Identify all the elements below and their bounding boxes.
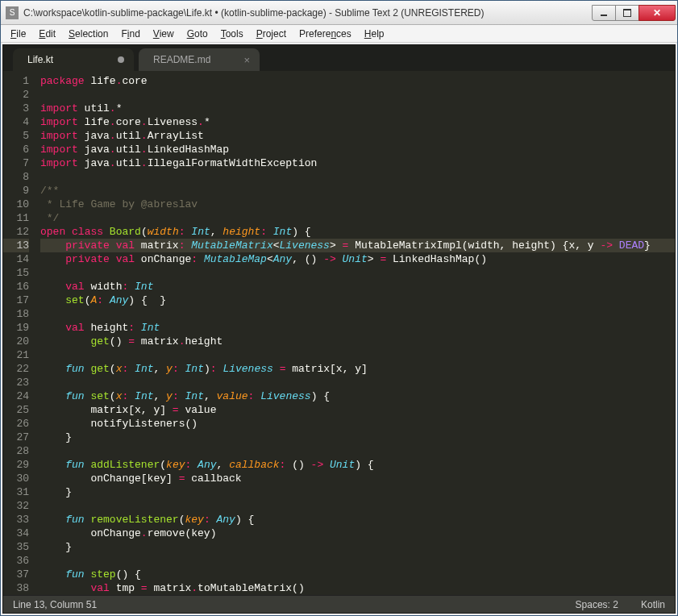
code-text[interactable]: package life.core import util.*import li… (35, 71, 675, 595)
tab-life-kt[interactable]: Life.kt (13, 48, 134, 71)
status-position[interactable]: Line 13, Column 51 (13, 599, 553, 610)
menubar: File Edit Selection Find View Goto Tools… (1, 25, 677, 43)
app-window: S C:\workspace\kotlin-sublime-package\Li… (0, 0, 678, 616)
tab-label: Life.kt (27, 54, 53, 65)
close-button[interactable] (638, 5, 676, 21)
app-icon: S (6, 6, 19, 19)
code-editor[interactable]: 1234567891011121314151617181920212223242… (3, 71, 675, 595)
menu-goto[interactable]: Goto (181, 27, 214, 41)
minimize-button[interactable] (592, 5, 616, 21)
window-title: C:\workspace\kotlin-sublime-package\Life… (23, 7, 593, 19)
dirty-indicator-icon (118, 56, 124, 63)
editor-area: Life.kt README.md × 12345678910111213141… (2, 44, 676, 614)
window-controls (593, 5, 676, 21)
tab-label: README.md (153, 54, 210, 65)
status-spaces[interactable]: Spaces: 2 (576, 599, 618, 610)
menu-edit[interactable]: Edit (32, 27, 62, 41)
tab-readme-md[interactable]: README.md × (139, 48, 260, 71)
menu-tools[interactable]: Tools (214, 27, 250, 41)
line-gutter: 1234567891011121314151617181920212223242… (3, 71, 35, 595)
close-tab-icon[interactable]: × (243, 55, 250, 65)
menu-help[interactable]: Help (358, 27, 391, 41)
menu-selection[interactable]: Selection (62, 27, 114, 41)
menu-file[interactable]: File (4, 27, 32, 41)
statusbar: Line 13, Column 51 Spaces: 2 Kotlin (3, 595, 675, 613)
maximize-button[interactable] (615, 5, 639, 21)
tabbar: Life.kt README.md × (3, 45, 675, 71)
menu-preferences[interactable]: Preferences (293, 27, 358, 41)
menu-project[interactable]: Project (250, 27, 293, 41)
titlebar[interactable]: S C:\workspace\kotlin-sublime-package\Li… (1, 1, 677, 25)
menu-find[interactable]: Find (114, 27, 146, 41)
menu-view[interactable]: View (147, 27, 181, 41)
status-language[interactable]: Kotlin (641, 599, 665, 610)
